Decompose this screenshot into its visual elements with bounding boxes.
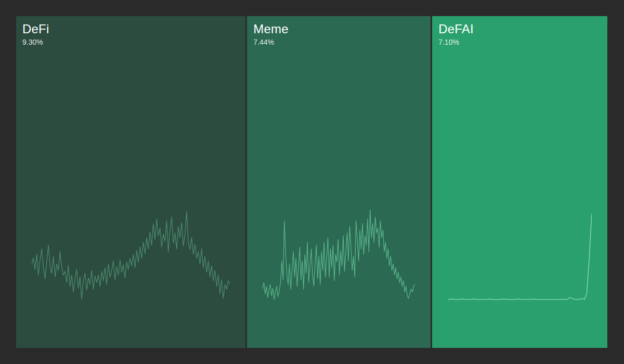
- tile-change-percent: 9.30%: [22, 38, 43, 46]
- tile-change-percent: 7.10%: [438, 38, 459, 46]
- tile-title: DeFAI: [438, 22, 474, 36]
- tile-change-percent: 7.44%: [253, 38, 274, 46]
- tile-title: Meme: [253, 22, 288, 36]
- sparkline-chart-defi: [32, 210, 230, 303]
- treemap-tile-defi[interactable]: DeFi 9.30%: [16, 16, 245, 348]
- sparkline-chart-meme: [263, 210, 415, 303]
- sparkline-chart-defai: [448, 210, 592, 303]
- treemap-tile-meme[interactable]: Meme 7.44%: [247, 16, 431, 348]
- category-treemap: DeFi 9.30% Meme 7.44% DeFAI 7.10%: [16, 16, 607, 348]
- tile-title: DeFi: [22, 22, 49, 36]
- treemap-tile-defai[interactable]: DeFAI 7.10%: [432, 16, 607, 348]
